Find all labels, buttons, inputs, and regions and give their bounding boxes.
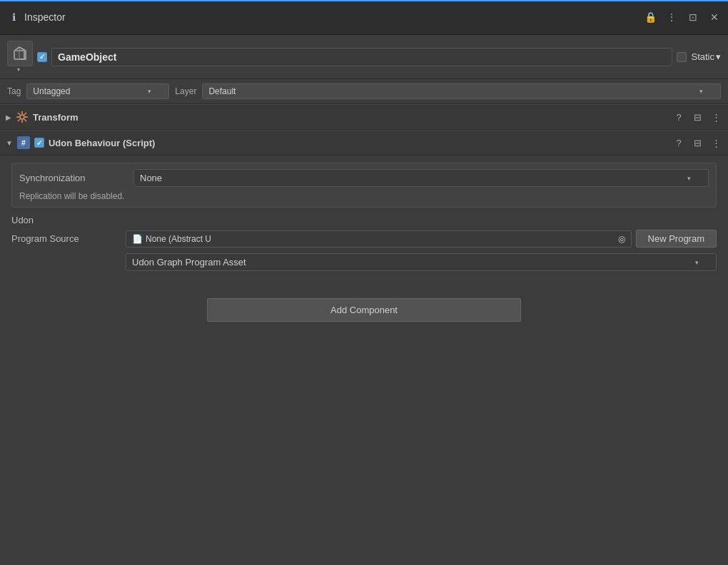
udon-active-checkbox[interactable] bbox=[34, 138, 44, 148]
gameobject-type-dropdown[interactable]: ▾ bbox=[17, 66, 20, 73]
udon-behaviour-title: Udon Behaviour (Script) bbox=[49, 138, 672, 148]
svg-line-11 bbox=[18, 119, 20, 121]
udon-actions: ? ⊟ ⋮ bbox=[672, 136, 722, 149]
layer-label: Layer bbox=[175, 86, 196, 96]
program-type-row: Udon Graph Program Asset ▾ bbox=[126, 253, 717, 271]
close-button[interactable]: ✕ bbox=[708, 11, 721, 24]
tag-dropdown-arrow: ▾ bbox=[148, 88, 151, 95]
udon-behaviour-content: Synchronization None ▾ Replication will … bbox=[0, 156, 728, 284]
udon-help-button[interactable]: ? bbox=[672, 136, 685, 149]
svg-line-10 bbox=[24, 113, 26, 115]
synchronization-label: Synchronization bbox=[19, 173, 133, 183]
layer-dropdown[interactable]: Default ▾ bbox=[202, 83, 721, 99]
svg-line-9 bbox=[24, 119, 26, 121]
program-source-label: Program Source bbox=[11, 233, 126, 244]
transform-expand-arrow[interactable]: ▶ bbox=[6, 113, 11, 121]
static-checkbox[interactable] bbox=[677, 52, 687, 62]
transform-more-button[interactable]: ⋮ bbox=[709, 111, 722, 123]
gameobject-header: ▾ Static ▾ bbox=[0, 35, 728, 79]
add-component-container: Add Component bbox=[0, 284, 728, 336]
add-component-button[interactable]: Add Component bbox=[207, 298, 521, 322]
gameobject-cube-icon[interactable] bbox=[7, 41, 33, 66]
program-type-dropdown[interactable]: Udon Graph Program Asset ▾ bbox=[126, 253, 717, 271]
title-bar-accent bbox=[0, 0, 728, 1]
synchronization-box: Synchronization None ▾ Replication will … bbox=[11, 163, 717, 208]
transform-icon bbox=[16, 111, 29, 123]
synchronization-dropdown[interactable]: None ▾ bbox=[133, 169, 709, 187]
title-bar-title: Inspector bbox=[24, 11, 644, 23]
asset-target-icon: ◎ bbox=[618, 234, 625, 244]
udon-settings-button[interactable]: ⊟ bbox=[691, 136, 704, 149]
program-source-field: 📄 None (Abstract U ◎ New Program bbox=[126, 230, 717, 248]
tag-label: Tag bbox=[7, 86, 21, 96]
transform-settings-button[interactable]: ⊟ bbox=[691, 111, 704, 123]
transform-title: Transform bbox=[33, 112, 672, 123]
gameobject-name-input[interactable] bbox=[51, 48, 672, 66]
title-bar: ℹ Inspector 🔒 ⋮ ⊡ ✕ bbox=[0, 0, 728, 35]
program-type-dropdown-arrow: ▾ bbox=[695, 259, 699, 266]
sync-dropdown-arrow: ▾ bbox=[687, 175, 691, 182]
gameobject-active-checkbox[interactable] bbox=[37, 52, 47, 62]
transform-actions: ? ⊟ ⋮ bbox=[672, 111, 722, 123]
inspector-icon: ℹ bbox=[7, 11, 20, 24]
synchronization-field: Synchronization None ▾ bbox=[19, 169, 709, 187]
udon-behaviour-section-header: ▼ # Udon Behaviour (Script) ? ⊟ ⋮ bbox=[0, 130, 728, 156]
udon-icon: # bbox=[17, 136, 30, 149]
udon-section-label: Udon bbox=[11, 215, 717, 225]
synchronization-note: Replication will be disabled. bbox=[19, 191, 709, 201]
transform-section-header: ▶ Transform ? ⊟ ⋮ bbox=[0, 104, 728, 130]
layer-dropdown-arrow: ▾ bbox=[699, 88, 703, 95]
title-bar-controls: 🔒 ⋮ ⊡ ✕ bbox=[644, 11, 721, 24]
static-button[interactable]: Static ▾ bbox=[691, 51, 721, 62]
svg-line-8 bbox=[18, 113, 20, 115]
transform-help-button[interactable]: ? bbox=[672, 111, 685, 123]
tag-layer-row: Tag Untagged ▾ Layer Default ▾ bbox=[0, 79, 728, 104]
program-source-row: Program Source 📄 None (Abstract U ◎ New … bbox=[11, 230, 717, 248]
tag-dropdown[interactable]: Untagged ▾ bbox=[26, 83, 169, 99]
udon-expand-arrow[interactable]: ▼ bbox=[6, 139, 13, 147]
program-source-asset[interactable]: 📄 None (Abstract U ◎ bbox=[126, 230, 632, 248]
udon-more-button[interactable]: ⋮ bbox=[709, 136, 722, 149]
lock-button[interactable]: 🔒 bbox=[644, 11, 657, 24]
more-options-button[interactable]: ⋮ bbox=[665, 11, 678, 24]
asset-icon: 📄 bbox=[132, 234, 143, 244]
minimize-button[interactable]: ⊡ bbox=[687, 11, 699, 24]
new-program-button[interactable]: New Program bbox=[636, 230, 717, 248]
svg-point-3 bbox=[20, 115, 24, 119]
